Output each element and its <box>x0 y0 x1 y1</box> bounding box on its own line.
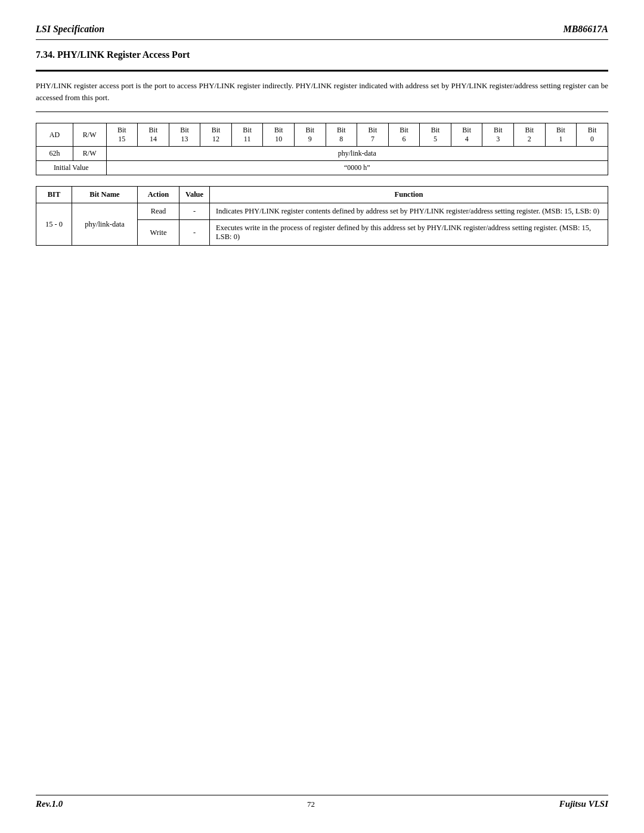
footer-page-number: 72 <box>307 800 315 809</box>
reg-initial-label: Initial Value <box>36 161 107 175</box>
footer-left: Rev.1.0 <box>36 799 63 809</box>
func-th-bitname: Bit Name <box>72 187 138 203</box>
reg-bit-4: Bit4 <box>451 123 482 147</box>
reg-bit-9: Bit9 <box>295 123 326 147</box>
reg-bit-15: Bit15 <box>106 123 138 147</box>
reg-bit-1: Bit1 <box>545 123 577 147</box>
func-bitname: phy/link-data <box>72 203 138 246</box>
reg-bit-13: Bit13 <box>169 123 200 147</box>
reg-bit-11: Bit11 <box>231 123 263 147</box>
reg-bit-6: Bit6 <box>388 123 420 147</box>
thick-divider <box>36 70 608 72</box>
func-row-read: 15 - 0 phy/link-data Read - Indicates PH… <box>36 203 608 220</box>
reg-addr: 62h <box>36 147 73 161</box>
reg-bit-8: Bit8 <box>326 123 357 147</box>
register-bit-table: AD R/W Bit15 Bit14 Bit13 Bit12 Bit11 Bit… <box>36 123 608 175</box>
page-footer: Rev.1.0 72 Fujitsu VLSI <box>36 795 608 809</box>
reg-bit-12: Bit12 <box>200 123 232 147</box>
reg-initial-row: Initial Value “0000 h” <box>36 161 608 175</box>
func-action-read: Read <box>138 203 179 220</box>
header-divider <box>36 39 608 40</box>
reg-initial-value: “0000 h” <box>106 161 608 175</box>
func-function-read: Indicates PHY/LINK register contents def… <box>210 203 608 220</box>
reg-bit-5: Bit5 <box>420 123 451 147</box>
func-value-write: - <box>179 220 210 246</box>
reg-data-span: phy/link-data <box>106 147 608 161</box>
func-th-function: Function <box>210 187 608 203</box>
page-container: LSI Specification MB86617A 7.34. PHY/LIN… <box>0 0 644 833</box>
thin-divider <box>36 112 608 112</box>
reg-header-row: AD R/W Bit15 Bit14 Bit13 Bit12 Bit11 Bit… <box>36 123 608 147</box>
reg-bit-7: Bit7 <box>357 123 389 147</box>
func-th-value: Value <box>179 187 210 203</box>
reg-bit-0: Bit0 <box>577 123 608 147</box>
func-bit-range: 15 - 0 <box>36 203 72 246</box>
func-action-write: Write <box>138 220 179 246</box>
reg-rw: R/W <box>73 147 106 161</box>
reg-data-row: 62h R/W phy/link-data <box>36 147 608 161</box>
func-th-action: Action <box>138 187 179 203</box>
func-function-write: Executes write in the process of registe… <box>210 220 608 246</box>
header-title-right: MB86617A <box>563 24 608 35</box>
description-text: PHY/LINK register access port is the por… <box>36 80 608 103</box>
footer-right: Fujitsu VLSI <box>559 799 608 809</box>
header-title-left: LSI Specification <box>36 24 104 35</box>
reg-bit-2: Bit2 <box>514 123 546 147</box>
reg-bit-10: Bit10 <box>263 123 295 147</box>
function-table: BIT Bit Name Action Value Function 15 - … <box>36 186 608 246</box>
page-header: LSI Specification MB86617A <box>36 24 608 35</box>
section-title: 7.34. PHY/LINK Register Access Port <box>36 49 608 60</box>
reg-col-ad: AD <box>36 123 73 147</box>
reg-bit-14: Bit14 <box>138 123 169 147</box>
reg-bit-3: Bit3 <box>482 123 514 147</box>
func-value-read: - <box>179 203 210 220</box>
func-header-row: BIT Bit Name Action Value Function <box>36 187 608 203</box>
reg-col-rw: R/W <box>73 123 106 147</box>
func-th-bit: BIT <box>36 187 72 203</box>
